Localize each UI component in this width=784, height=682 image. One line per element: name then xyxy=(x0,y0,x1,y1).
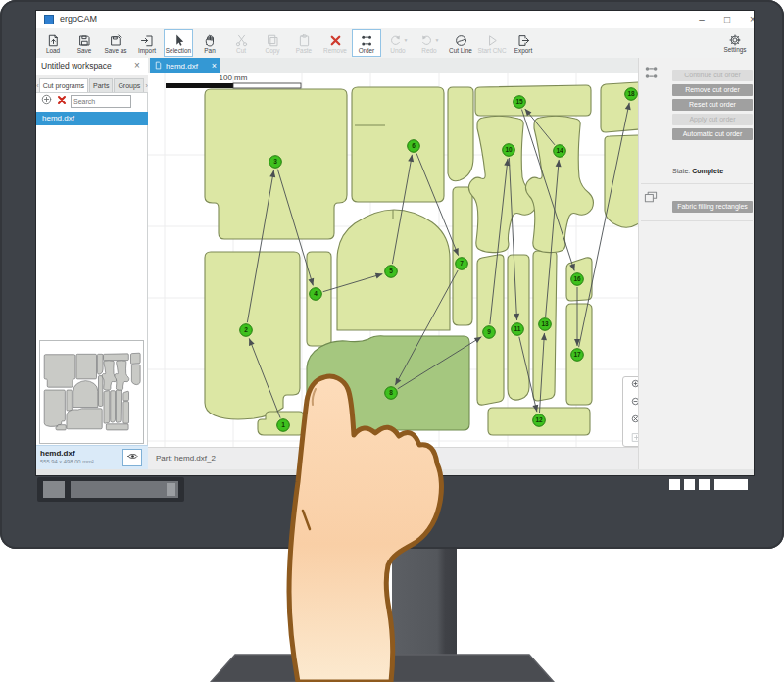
panel-tabs: ‹ Cut programs Parts Groups › xyxy=(36,75,148,93)
screen: ergoCAM – □ × LoadSaveSave asImportSelec… xyxy=(35,10,755,476)
file-card[interactable]: hemd.dxf 555.94 x 498.00 mm² xyxy=(36,445,148,469)
file-list-item-selected[interactable]: hemd.dxf xyxy=(36,112,148,125)
order-node[interactable]: 7 xyxy=(456,258,468,270)
close-button[interactable]: × xyxy=(742,12,755,27)
toolbar-button-cut[interactable]: Cut xyxy=(226,29,256,57)
toolbar-button-label: Selection xyxy=(166,47,191,54)
pattern-piece[interactable] xyxy=(605,135,638,227)
order-node[interactable]: 18 xyxy=(625,88,638,101)
toolbar-button-pan[interactable]: Pan xyxy=(195,29,224,57)
order-node[interactable]: 5 xyxy=(385,266,398,278)
minimize-button[interactable]: – xyxy=(691,12,712,27)
pattern-piece[interactable] xyxy=(525,116,593,252)
maximize-button[interactable]: □ xyxy=(716,12,738,27)
order-node[interactable]: 12 xyxy=(533,414,546,427)
remove-cut-order-button[interactable]: Remove cut order xyxy=(672,84,753,96)
toolbar-button-redo[interactable]: ▼Redo xyxy=(415,29,444,57)
workspace-panel: Untitled workspace × ‹ Cut programs Part… xyxy=(36,58,148,469)
order-node[interactable]: 9 xyxy=(483,326,496,339)
save-icon xyxy=(77,33,92,48)
toolbar-button-export[interactable]: Export xyxy=(509,29,538,57)
pattern-piece[interactable] xyxy=(352,87,444,202)
order-node[interactable]: 3 xyxy=(270,156,282,169)
fabric-filling-rectangles-button[interactable]: Fabric filling rectangles xyxy=(672,201,753,213)
svg-text:1: 1 xyxy=(281,421,285,428)
order-node[interactable]: 10 xyxy=(503,144,515,157)
svg-text:9: 9 xyxy=(487,328,491,335)
preview-piece xyxy=(56,425,66,430)
workspace-close-icon[interactable]: × xyxy=(134,60,140,71)
delete-x-icon[interactable] xyxy=(56,92,68,110)
search-input[interactable] xyxy=(71,95,131,108)
preview-piece xyxy=(104,354,129,361)
pattern-piece[interactable] xyxy=(448,87,473,181)
toolbar-button-order[interactable]: Order xyxy=(352,29,381,57)
monitor-button xyxy=(684,479,695,490)
file-card-size: 555.94 x 498.00 mm² xyxy=(40,459,94,464)
order-node[interactable]: 14 xyxy=(554,145,566,158)
order-node[interactable]: 15 xyxy=(514,96,526,109)
copy-icon xyxy=(266,33,280,48)
cut-layout-canvas[interactable]: 123456789101112131415161718100 mm xyxy=(148,73,638,447)
preview-piece xyxy=(131,365,140,385)
order-node[interactable]: 4 xyxy=(310,288,322,301)
order-node[interactable]: 17 xyxy=(571,349,584,362)
continue-cut-order-button[interactable]: Continue cut order xyxy=(672,70,753,81)
tab-parts[interactable]: Parts xyxy=(89,78,113,92)
file-card-name: hemd.dxf xyxy=(40,449,75,458)
toolbar-button-label: Copy xyxy=(266,47,280,54)
tab-close-icon[interactable]: × xyxy=(212,61,217,71)
settings-button[interactable]: Settings xyxy=(720,29,750,57)
slot-thumb xyxy=(167,483,175,496)
removex-icon xyxy=(328,33,343,48)
order-node[interactable]: 2 xyxy=(240,324,253,337)
order-node[interactable]: 8 xyxy=(385,387,398,400)
monitor-stand-base xyxy=(0,627,784,682)
add-icon[interactable] xyxy=(40,92,53,110)
document-icon xyxy=(154,61,163,72)
order-node[interactable]: 13 xyxy=(539,318,552,331)
preview-piece xyxy=(44,355,75,387)
gear-icon xyxy=(728,33,742,47)
cut-order-panel: Continue cut order Remove cut order Rese… xyxy=(638,58,755,469)
toolbar-button-copy[interactable]: Copy xyxy=(258,29,287,57)
toolbar-button-start-cnc[interactable]: Start CNC xyxy=(477,29,507,57)
tab-cut-programs[interactable]: Cut programs xyxy=(39,78,88,92)
tab-groups[interactable]: Groups xyxy=(114,78,144,92)
toolbar-button-remove[interactable]: Remove xyxy=(320,29,350,57)
toolbar-button-label: Redo xyxy=(421,47,436,54)
order-node[interactable]: 11 xyxy=(512,323,524,336)
preview-piece xyxy=(44,390,65,426)
toolbar-button-paste[interactable]: Paste xyxy=(289,29,318,57)
pattern-piece[interactable] xyxy=(205,252,300,419)
visibility-toggle-button[interactable] xyxy=(122,449,142,466)
order-node[interactable]: 6 xyxy=(408,140,420,153)
toolbar-button-cut-line[interactable]: Cut Line xyxy=(446,29,475,57)
eye-icon xyxy=(126,449,139,466)
order-node[interactable]: 16 xyxy=(571,273,584,286)
pattern-piece[interactable] xyxy=(453,187,472,325)
toolbar-button-selection[interactable]: Selection xyxy=(164,29,193,57)
preview-piece xyxy=(67,409,102,429)
order-node[interactable]: 1 xyxy=(277,419,290,432)
document-tab-active[interactable]: hemd.dxf × xyxy=(150,58,220,73)
toolbar-button-save-as[interactable]: Save as xyxy=(101,29,130,57)
export-icon xyxy=(516,33,531,48)
apply-cut-order-button[interactable]: Apply cut order xyxy=(672,114,753,125)
fabric-icon xyxy=(643,189,659,209)
toolbar-button-label: Undo xyxy=(390,47,405,54)
toolbar-button-undo[interactable]: ▼Undo xyxy=(383,29,413,57)
selected-piece[interactable] xyxy=(307,336,469,430)
toolbar-button-import[interactable]: Import xyxy=(132,29,162,57)
import-icon xyxy=(140,33,155,48)
automatic-cut-order-button[interactable]: Automatic cut order xyxy=(672,128,753,140)
toolbar-button-save[interactable]: Save xyxy=(70,29,99,57)
pattern-piece[interactable] xyxy=(475,85,591,116)
toolbar-button-label: Save xyxy=(77,47,92,54)
toolbar-button-load[interactable]: Load xyxy=(38,29,68,57)
preview-piece xyxy=(115,361,129,390)
svg-text:18: 18 xyxy=(627,90,635,97)
state-value: Complete xyxy=(692,168,723,174)
window-title: ergoCAM xyxy=(60,14,97,24)
reset-cut-order-button[interactable]: Reset cut order xyxy=(672,99,753,111)
